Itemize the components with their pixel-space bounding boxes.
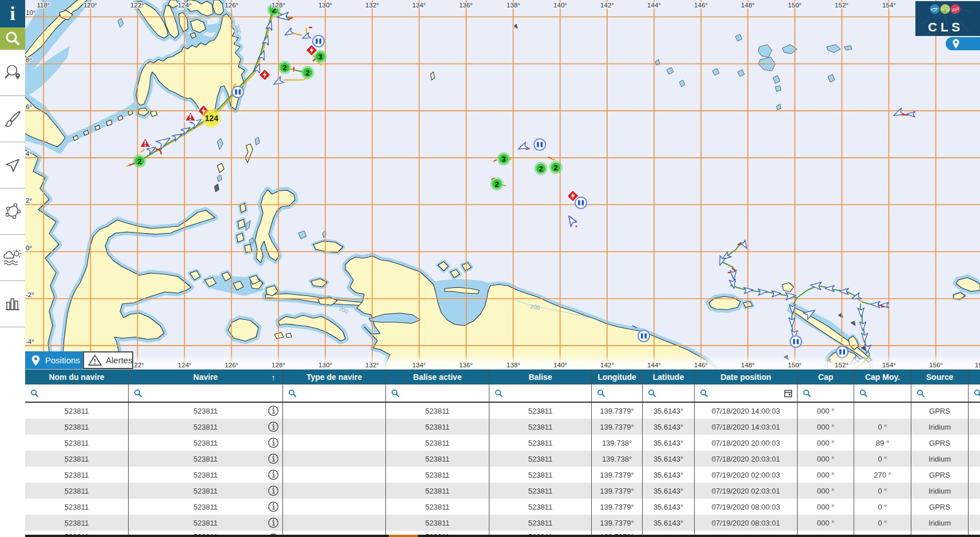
svg-text:154°: 154°	[882, 362, 896, 368]
svg-text:3: 3	[501, 155, 505, 163]
svg-text:134°: 134°	[412, 362, 426, 368]
svg-text:2°: 2°	[26, 197, 32, 204]
svg-text:146°: 146°	[694, 2, 708, 9]
svg-text:140°: 140°	[553, 2, 567, 9]
svg-text:6°: 6°	[26, 103, 32, 110]
svg-text:142°: 142°	[600, 362, 614, 368]
svg-text:140°: 140°	[553, 362, 567, 368]
svg-text:124°: 124°	[178, 362, 192, 368]
svg-text:130°: 130°	[318, 362, 332, 368]
svg-text:8°: 8°	[26, 57, 32, 63]
svg-text:128°: 128°	[272, 2, 285, 9]
svg-text:0°: 0°	[26, 245, 32, 251]
svg-text:136°: 136°	[459, 362, 473, 368]
svg-text:2: 2	[539, 165, 543, 173]
svg-text:2: 2	[282, 63, 286, 72]
svg-text:126°: 126°	[225, 362, 238, 368]
svg-text:CLS: CLS	[928, 20, 963, 34]
svg-text:138°: 138°	[507, 362, 520, 368]
svg-text:148°: 148°	[741, 362, 755, 368]
svg-text:2: 2	[305, 69, 309, 77]
svg-text:4°: 4°	[26, 150, 32, 157]
svg-text:130°: 130°	[318, 2, 332, 9]
svg-text:142°: 142°	[600, 2, 614, 9]
svg-text:2: 2	[137, 157, 141, 166]
svg-text:124: 124	[205, 114, 218, 123]
svg-text:15: 15	[975, 362, 980, 368]
svg-text:152°: 152°	[835, 2, 848, 9]
svg-text:136°: 136°	[459, 2, 473, 9]
svg-text:144°: 144°	[647, 2, 661, 9]
svg-text:146°: 146°	[694, 362, 708, 368]
svg-text:150°: 150°	[788, 2, 802, 9]
svg-text:132°: 132°	[365, 362, 379, 368]
svg-text:118°: 118°	[37, 2, 50, 9]
svg-text:10°: 10°	[26, 9, 35, 16]
svg-text:120°: 120°	[83, 2, 97, 9]
svg-text:128°: 128°	[272, 362, 285, 368]
svg-text:144°: 144°	[647, 362, 661, 368]
svg-text:2: 2	[495, 180, 499, 189]
svg-text:154°: 154°	[882, 2, 896, 9]
svg-text:138°: 138°	[507, 2, 520, 9]
svg-text:-2°: -2°	[26, 291, 34, 298]
svg-text:122°: 122°	[130, 2, 144, 9]
svg-text:152°: 152°	[835, 362, 848, 368]
svg-text:148°: 148°	[741, 2, 755, 9]
svg-text:3: 3	[318, 53, 322, 61]
svg-text:134°: 134°	[412, 2, 426, 9]
svg-text:132°: 132°	[365, 2, 379, 9]
svg-text:156°: 156°	[929, 362, 943, 368]
svg-text:126°: 126°	[225, 2, 238, 9]
svg-text:124°: 124°	[178, 2, 192, 9]
svg-text:2: 2	[553, 163, 557, 172]
svg-text:-4°: -4°	[26, 338, 34, 345]
svg-text:150°: 150°	[788, 362, 802, 368]
